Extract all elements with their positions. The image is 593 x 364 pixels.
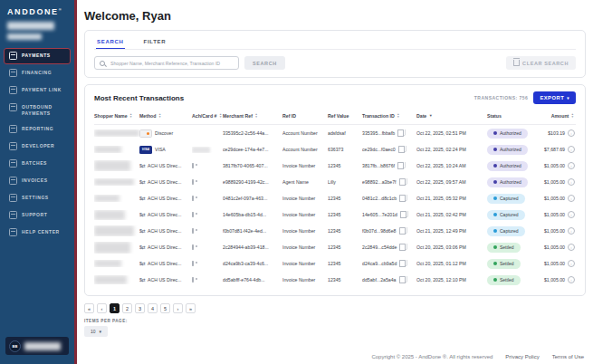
- help-center-icon: [9, 228, 17, 236]
- page-button-4[interactable]: 4: [148, 303, 158, 313]
- column-header-amount[interactable]: Amount▲▼: [540, 113, 576, 119]
- info-icon[interactable]: i: [568, 227, 575, 235]
- sidebar-item-reporting[interactable]: REPORTING: [4, 121, 71, 138]
- copy-icon[interactable]: [399, 227, 406, 235]
- reveal-eye-icon[interactable]: [192, 196, 194, 201]
- reveal-eye-icon[interactable]: [192, 212, 194, 217]
- sort-icon: ▲▼: [219, 113, 222, 119]
- tab-filter[interactable]: FILTER: [143, 36, 167, 49]
- reveal-eye-icon[interactable]: [192, 244, 194, 250]
- redacted-shopper-name: [94, 178, 134, 186]
- method-label: VISA: [155, 147, 166, 152]
- info-icon[interactable]: i: [568, 162, 575, 169]
- prev-page-button[interactable]: ‹: [97, 303, 107, 313]
- ach-card-cell: [192, 212, 223, 217]
- column-header-method[interactable]: Method▲▼: [139, 113, 192, 119]
- app-window: ANDDONE® PAYMENTSFINANCINGPAYMENT LINKOU…: [0, 0, 593, 364]
- copy-icon[interactable]: [399, 276, 406, 283]
- page-button-1[interactable]: 1: [110, 303, 120, 313]
- sidebar-item-batches[interactable]: BATCHES: [4, 156, 71, 172]
- trash-icon: [513, 60, 520, 66]
- clear-search-button[interactable]: CLEAR SEARCH: [506, 56, 576, 70]
- sidebar-item-financing[interactable]: FINANCING: [4, 65, 71, 81]
- sidebar-item-help-center[interactable]: HELP CENTER: [4, 225, 71, 241]
- sidebar-item-settings[interactable]: SETTINGS: [4, 190, 71, 206]
- column-header-merchant-ref[interactable]: Merchant Ref▲▼: [223, 113, 282, 119]
- reveal-eye-icon[interactable]: [192, 228, 194, 234]
- column-header-ach-card-[interactable]: Ach/Card #▲▼: [192, 113, 223, 119]
- last-page-button[interactable]: »: [186, 303, 196, 313]
- column-header-transaction-id[interactable]: Transaction ID▲▼: [362, 113, 416, 119]
- copy-icon[interactable]: [398, 146, 405, 153]
- sidebar-item-payments[interactable]: PAYMENTS: [4, 48, 71, 64]
- table-row[interactable]: $⇄ACH US Direc...0481c2ef-097a-463...Inv…: [94, 190, 576, 206]
- user-chip[interactable]: BB: [5, 337, 69, 355]
- sidebar-item-invoices[interactable]: INVOICES: [4, 173, 71, 189]
- copy-icon[interactable]: [397, 129, 404, 137]
- info-icon[interactable]: i: [568, 260, 575, 267]
- sort-icon: ▲▼: [397, 113, 399, 119]
- column-label: Shopper Name: [94, 113, 128, 119]
- amount-cell: $1,005.00i: [540, 276, 576, 283]
- page-button-5[interactable]: 5: [160, 303, 170, 313]
- copyright-text: Copyright © 2025 - AndDone ®. All rights…: [371, 354, 493, 359]
- info-icon[interactable]: i: [568, 276, 575, 283]
- amount-cell: $1,005.00i: [540, 195, 576, 202]
- sidebar-item-payment-link[interactable]: PAYMENT LINK: [4, 82, 71, 99]
- method-cell: $⇄ACH US Direc...: [139, 244, 192, 252]
- table-row[interactable]: $⇄ACH US Direc...2c284944-ab39-418...Inv…: [94, 239, 576, 255]
- reveal-eye-icon[interactable]: [192, 179, 194, 185]
- ref-value-cell: Lilly: [328, 179, 362, 185]
- ref-id-cell: Invoice Number: [282, 277, 328, 283]
- sidebar-item-support[interactable]: SUPPORT: [4, 207, 71, 224]
- copy-icon[interactable]: [399, 260, 406, 267]
- registered-mark: ®: [59, 7, 62, 12]
- search-input[interactable]: [109, 60, 234, 67]
- table-row[interactable]: Discover335395c2-2c56-44a...Account Numb…: [94, 125, 576, 141]
- table-row[interactable]: VISAVISAce29dcee-174a-4e7...Account Numb…: [94, 141, 576, 158]
- search-button[interactable]: SEARCH: [244, 56, 285, 70]
- copy-icon[interactable]: [399, 195, 406, 202]
- status-badge: Authorized: [487, 177, 528, 187]
- page-button-2[interactable]: 2: [122, 303, 132, 313]
- redacted-card-number: [192, 147, 210, 153]
- merchant-ref-cell: ce29dcee-174a-4e7...: [223, 147, 282, 152]
- info-icon[interactable]: i: [568, 211, 575, 218]
- info-icon[interactable]: i: [568, 129, 575, 137]
- copy-icon[interactable]: [397, 162, 404, 169]
- copy-icon[interactable]: [399, 178, 406, 186]
- items-per-page-select[interactable]: 10 ▾: [84, 326, 108, 337]
- info-icon[interactable]: i: [568, 244, 575, 251]
- copy-icon[interactable]: [399, 244, 406, 251]
- ref-id-cell: Account Number: [282, 130, 328, 136]
- reveal-eye-icon[interactable]: [192, 163, 194, 168]
- table-row[interactable]: $⇄ACH US Direc...f0b07d81-f42e-4ed...Inv…: [94, 223, 576, 239]
- table-row[interactable]: $⇄ACH US Direc...3817fb70-4065-407...Inv…: [94, 158, 576, 174]
- tab-search[interactable]: SEARCH: [96, 36, 125, 49]
- copy-icon[interactable]: [400, 211, 406, 218]
- first-page-button[interactable]: «: [84, 303, 94, 313]
- info-icon[interactable]: i: [568, 195, 575, 202]
- sidebar-item-developer[interactable]: DEVELOPER: [4, 139, 71, 155]
- export-button[interactable]: EXPORT ▾: [533, 91, 576, 104]
- status-dot: [493, 148, 497, 151]
- column-header-shopper-name[interactable]: Shopper Name▲▼: [94, 113, 139, 119]
- privacy-policy-link[interactable]: Privacy Policy: [505, 354, 539, 359]
- info-icon[interactable]: i: [568, 178, 575, 186]
- table-row[interactable]: $⇄ACH US Direc...d24ca9b3-ca39-4c6...Inv…: [94, 255, 576, 272]
- footer: Copyright © 2025 - AndDone ®. All rights…: [371, 354, 584, 359]
- column-header-ref-id: Ref ID: [282, 113, 328, 119]
- info-icon[interactable]: i: [568, 146, 575, 153]
- table-row[interactable]: $⇄ACH US Direc...14e605ba-db15-4d...Invo…: [94, 206, 576, 223]
- reveal-eye-icon[interactable]: [192, 277, 194, 283]
- search-box: [94, 56, 239, 70]
- reveal-eye-icon[interactable]: [192, 261, 194, 266]
- next-page-button[interactable]: ›: [173, 303, 183, 313]
- column-header-date[interactable]: Date▼: [416, 113, 487, 119]
- terms-of-use-link[interactable]: Terms of Use: [552, 354, 584, 359]
- page-button-3[interactable]: 3: [135, 303, 145, 313]
- amount-value: $1,005.00: [544, 244, 565, 250]
- table-row[interactable]: $⇄ACH US Direc...dd5abfff-e764-4db...Inv…: [94, 272, 576, 288]
- table-row[interactable]: $⇄ACH US Direc...e9889290-4199-42c...Age…: [94, 174, 576, 190]
- sidebar-item-outbound-payments[interactable]: OUTBOUND PAYMENTS: [4, 100, 71, 120]
